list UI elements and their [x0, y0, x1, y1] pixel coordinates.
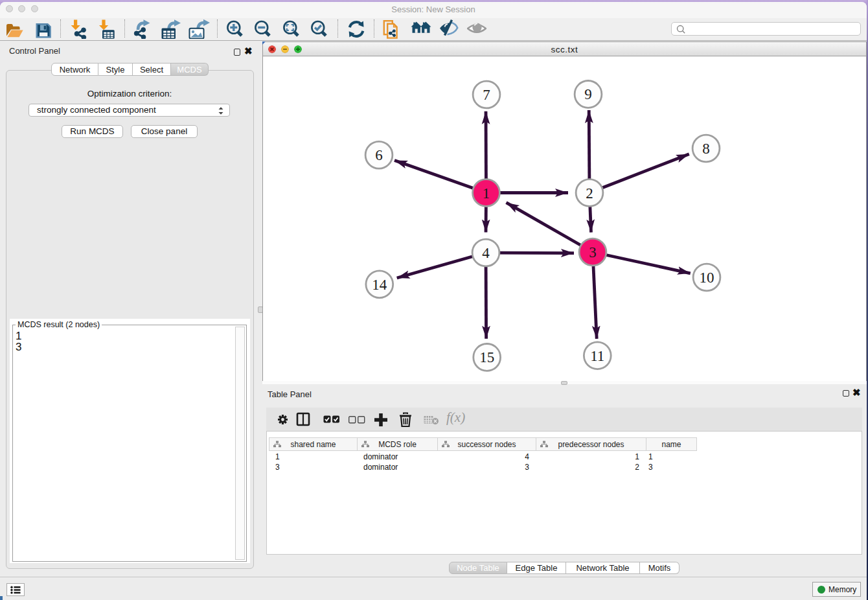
svg-text:15: 15 [479, 349, 494, 365]
svg-text:14: 14 [372, 277, 387, 293]
svg-text:11: 11 [590, 348, 604, 364]
svg-text:8: 8 [702, 141, 710, 157]
svg-text:7: 7 [483, 87, 490, 103]
svg-text:4: 4 [482, 245, 490, 261]
svg-text:9: 9 [584, 86, 592, 102]
svg-text:2: 2 [586, 185, 593, 202]
svg-text:10: 10 [700, 270, 714, 286]
svg-text:1: 1 [483, 185, 490, 202]
svg-text:3: 3 [589, 244, 597, 260]
svg-text:6: 6 [375, 147, 383, 163]
